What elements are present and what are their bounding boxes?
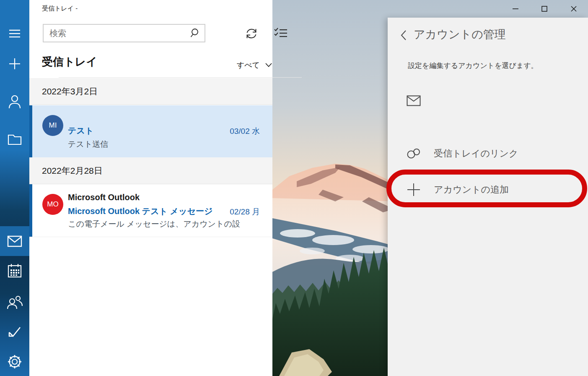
unread-accent-bar <box>29 105 32 157</box>
plus-icon <box>405 183 422 196</box>
mail-icon <box>7 235 22 247</box>
date-group-header: 2022年3月2日 <box>29 78 272 105</box>
search-icon[interactable] <box>187 28 205 39</box>
hamburger-menu-button[interactable] <box>0 22 29 45</box>
window-title: 受信トレイ - <box>42 5 78 13</box>
add-account-row[interactable]: アカウントの追加 <box>388 176 588 203</box>
email-preview: この電子メール メッセージは、アカウントの設 <box>68 219 240 230</box>
close-icon <box>570 5 577 12</box>
folders-icon <box>8 133 22 145</box>
panel-title: アカウントの管理 <box>414 27 506 42</box>
sidebar-item-settings[interactable] <box>0 350 29 373</box>
link-inboxes-row[interactable]: 受信トレイのリンク <box>388 140 588 167</box>
accounts-button[interactable] <box>0 90 29 113</box>
mail-app-window: 受信トレイ - <box>0 0 588 376</box>
minimize-icon <box>512 5 519 12</box>
sidebar-item-mail[interactable] <box>0 230 29 253</box>
chevron-down-icon <box>265 63 272 68</box>
email-sender: Microsoft Outlook <box>68 193 140 202</box>
manage-accounts-panel: アカウントの管理 設定を編集するアカウントを選びます。 受信トレイのリンク <box>388 18 588 376</box>
minimize-button[interactable] <box>502 0 529 18</box>
email-item-selected[interactable]: MI テスト テスト送信 03/02 水 <box>29 105 272 157</box>
back-chevron-icon <box>400 30 407 41</box>
search-input[interactable] <box>44 29 187 38</box>
folders-button[interactable] <box>0 128 29 151</box>
selection-mode-button[interactable] <box>272 25 290 42</box>
avatar: MO <box>42 194 63 215</box>
email-subject: Microsoft Outlook テスト メッセージ <box>68 206 213 217</box>
date-group-header: 2022年2月28日 <box>29 157 272 184</box>
envelope-icon <box>405 95 422 106</box>
email-date: 02/28 月 <box>230 206 260 217</box>
add-account-label: アカウントの追加 <box>434 183 509 196</box>
link-inboxes-label: 受信トレイのリンク <box>434 147 518 160</box>
new-mail-plus-icon <box>8 57 21 70</box>
maximize-button[interactable] <box>531 0 558 18</box>
selection-mode-icon <box>273 27 288 40</box>
filter-dropdown-label: すべて <box>237 60 260 70</box>
back-button[interactable] <box>396 28 411 43</box>
sidebar-item-calendar[interactable] <box>0 259 29 282</box>
maximize-icon <box>541 5 548 12</box>
todo-check-icon <box>8 325 22 338</box>
email-preview: テスト送信 <box>68 139 108 150</box>
unread-accent-bar <box>29 184 32 237</box>
sidebar-item-people[interactable] <box>0 290 29 314</box>
header-divider <box>59 77 302 78</box>
panel-subtitle: 設定を編集するアカウントを選びます。 <box>408 61 538 70</box>
search-box[interactable] <box>43 24 205 42</box>
sync-icon <box>244 26 259 41</box>
email-subject: テスト <box>68 125 93 136</box>
accounts-person-icon <box>8 94 21 109</box>
close-button[interactable] <box>560 0 588 18</box>
new-mail-button[interactable] <box>0 52 29 76</box>
inbox-header: 受信トレイ <box>42 55 97 69</box>
settings-gear-icon <box>7 354 22 369</box>
account-entry-row[interactable] <box>388 87 588 114</box>
email-date: 03/02 水 <box>230 126 260 137</box>
avatar: MI <box>42 115 63 136</box>
sidebar-item-todo[interactable] <box>0 320 29 343</box>
people-icon <box>6 295 23 309</box>
email-item[interactable]: MO Microsoft Outlook Microsoft Outlook テ… <box>29 184 272 237</box>
calendar-icon <box>7 263 22 278</box>
link-icon <box>405 148 422 159</box>
nav-sidebar <box>0 0 29 376</box>
filter-dropdown[interactable]: すべて <box>214 59 272 71</box>
hamburger-menu-icon <box>8 29 21 39</box>
sync-button[interactable] <box>242 24 261 43</box>
